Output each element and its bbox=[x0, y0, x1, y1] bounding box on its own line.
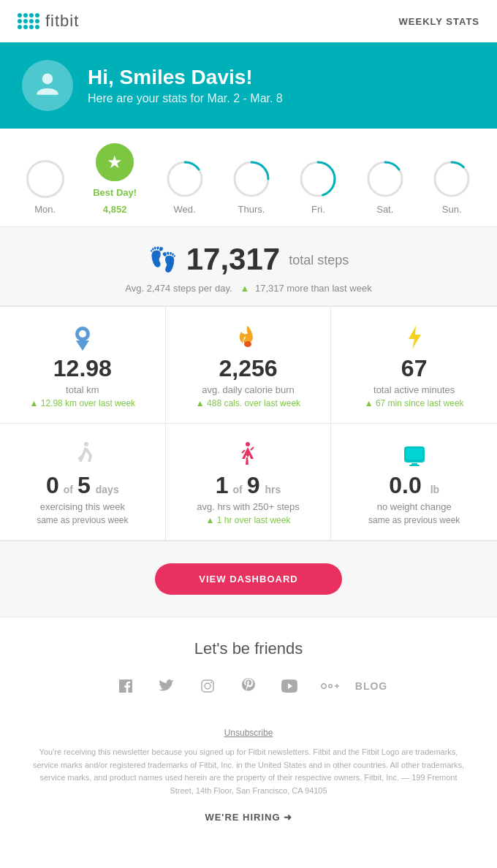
svg-line-19 bbox=[251, 447, 254, 450]
stat-hrs-change: ▲ 1 hr over last week bbox=[178, 515, 319, 525]
instagram-icon[interactable] bbox=[194, 673, 221, 699]
header: fitbit WEEKLY STATS bbox=[0, 0, 497, 42]
stat-exercise-change: same as previous week bbox=[12, 515, 153, 525]
day-circle-thu bbox=[232, 160, 270, 198]
svg-point-12 bbox=[79, 330, 86, 338]
stat-exercise-desc: exercising this week bbox=[12, 501, 153, 512]
arrow-right-icon: ➜ bbox=[284, 812, 292, 823]
steps-avg: Avg. 2,474 steps per day. bbox=[125, 283, 232, 294]
day-circle-tue: ★ bbox=[96, 143, 134, 181]
day-label-sat: Sat. bbox=[376, 204, 393, 215]
stat-cell-active: 67 total active minutes ▲ 67 min since l… bbox=[331, 307, 497, 424]
youtube-icon[interactable] bbox=[276, 673, 303, 699]
blog-link[interactable]: BLOG bbox=[358, 673, 384, 699]
steps-label: total steps bbox=[289, 253, 349, 268]
stat-active-number: 67 bbox=[343, 357, 485, 380]
stat-cell-calories: 2,256 avg. daily calorie burn ▲ 488 cals… bbox=[166, 307, 332, 424]
day-circle-sun bbox=[433, 160, 471, 198]
date-range: Here are your stats for Mar. 2 - Mar. 8 bbox=[88, 92, 283, 105]
logo: fitbit bbox=[18, 12, 79, 31]
social-title: Let's be friends bbox=[18, 639, 479, 658]
location-icon bbox=[12, 324, 153, 351]
day-item-tue: ★ Best Day! 4,852 bbox=[93, 143, 137, 215]
stat-active-change: ▲ 67 min since last week bbox=[343, 398, 485, 408]
day-item-thu: Thurs. bbox=[232, 160, 270, 215]
svg-line-18 bbox=[242, 450, 245, 453]
day-label-tue: Best Day! bbox=[93, 187, 137, 198]
logo-dots bbox=[18, 13, 39, 29]
footer: Unsubscribe You're receiving this newsle… bbox=[0, 714, 497, 845]
hero-text: Hi, Smiles Davis! Here are your stats fo… bbox=[88, 66, 283, 105]
unsubscribe-link[interactable]: Unsubscribe bbox=[224, 728, 273, 738]
hero-banner: Hi, Smiles Davis! Here are your stats fo… bbox=[0, 42, 497, 129]
stat-calories-number: 2,256 bbox=[178, 357, 319, 380]
svg-marker-15 bbox=[409, 326, 421, 349]
svg-rect-23 bbox=[409, 465, 420, 466]
facebook-icon[interactable] bbox=[113, 673, 139, 699]
day-label-thu: Thurs. bbox=[238, 204, 265, 215]
google-plus-icon[interactable] bbox=[317, 673, 344, 699]
steps-count: 17,317 bbox=[186, 242, 280, 277]
svg-rect-21 bbox=[406, 449, 422, 460]
svg-point-26 bbox=[210, 682, 212, 683]
lightning-icon bbox=[343, 324, 485, 351]
stat-calories-change: ▲ 488 cals. over last week bbox=[178, 398, 319, 408]
day-steps-tue: 4,852 bbox=[103, 204, 127, 215]
stat-km-change: ▲ 12.98 km over last week bbox=[12, 398, 153, 408]
stat-calories-desc: avg. daily calorie burn bbox=[178, 384, 319, 395]
steps-comparison: 17,317 more than last week bbox=[255, 283, 372, 294]
steps-section: 👣 17,317 total steps Avg. 2,474 steps pe… bbox=[0, 226, 497, 306]
stat-cell-hrs: 1 of 9 hrs avg. hrs with 250+ steps ▲ 1 … bbox=[166, 424, 332, 541]
steps-sub: Avg. 2,474 steps per day. ▲ 17,317 more … bbox=[18, 283, 479, 294]
stat-weight-desc: no weight change bbox=[343, 501, 485, 512]
day-label-mon: Mon. bbox=[34, 204, 56, 215]
svg-point-16 bbox=[84, 442, 88, 446]
day-item-mon: Mon. bbox=[26, 160, 64, 215]
day-label-fri: Fri. bbox=[311, 204, 325, 215]
social-icons: BLOG bbox=[18, 673, 479, 699]
day-item-fri: Fri. bbox=[299, 160, 337, 215]
svg-point-14 bbox=[244, 341, 251, 347]
svg-point-0 bbox=[42, 74, 53, 85]
stat-cell-weight: 0.0 lb no weight change same as previous… bbox=[331, 424, 497, 541]
day-circle-sat bbox=[366, 160, 404, 198]
day-item-sat: Sat. bbox=[366, 160, 404, 215]
figure-icon bbox=[178, 441, 319, 468]
stat-km-desc: total km bbox=[12, 384, 153, 395]
day-circle-fri bbox=[299, 160, 337, 198]
steps-arrow-up: ▲ bbox=[240, 283, 249, 294]
svg-point-17 bbox=[246, 442, 250, 446]
hiring-link[interactable]: WE'RE HIRING ➜ bbox=[205, 812, 292, 823]
steps-main: 👣 17,317 total steps bbox=[18, 242, 479, 277]
greeting: Hi, Smiles Davis! bbox=[88, 66, 283, 89]
avatar-icon bbox=[31, 69, 64, 102]
twitter-icon[interactable] bbox=[153, 673, 180, 699]
stat-hrs-desc: avg. hrs with 250+ steps bbox=[178, 501, 319, 512]
stat-exercise-number: 0 of 5 days bbox=[12, 473, 153, 497]
svg-point-25 bbox=[205, 683, 210, 689]
fire-icon bbox=[178, 324, 319, 351]
pinterest-icon[interactable] bbox=[235, 673, 262, 699]
stat-cell-km: 12.98 total km ▲ 12.98 km over last week bbox=[0, 307, 166, 424]
weekly-stats-label: WEEKLY STATS bbox=[399, 16, 479, 27]
stat-active-desc: total active minutes bbox=[343, 384, 485, 395]
days-section: Mon. ★ Best Day! 4,852 Wed. bbox=[0, 129, 497, 226]
footer-text: You're receiving this newsletter because… bbox=[29, 746, 468, 797]
day-item-sun: Sun. bbox=[433, 160, 471, 215]
svg-marker-13 bbox=[76, 340, 89, 351]
dashboard-section: VIEW DASHBOARD bbox=[0, 541, 497, 617]
day-item-wed: Wed. bbox=[166, 160, 204, 215]
stat-km-number: 12.98 bbox=[12, 357, 153, 380]
stat-weight-change: same as previous week bbox=[343, 515, 485, 525]
avatar bbox=[22, 60, 73, 111]
day-label-sun: Sun. bbox=[442, 204, 462, 215]
steps-icon: 👣 bbox=[148, 245, 178, 273]
scale-icon bbox=[343, 441, 485, 468]
social-section: Let's be friends bbox=[0, 617, 497, 714]
stat-hrs-number: 1 of 9 hrs bbox=[178, 473, 319, 497]
view-dashboard-button[interactable]: VIEW DASHBOARD bbox=[155, 563, 341, 595]
stat-cell-exercise: 0 of 5 days exercising this week same as… bbox=[0, 424, 166, 541]
stat-weight-number: 0.0 lb bbox=[343, 473, 485, 497]
runner-icon bbox=[12, 441, 153, 468]
stats-grid: 12.98 total km ▲ 12.98 km over last week… bbox=[0, 306, 497, 541]
